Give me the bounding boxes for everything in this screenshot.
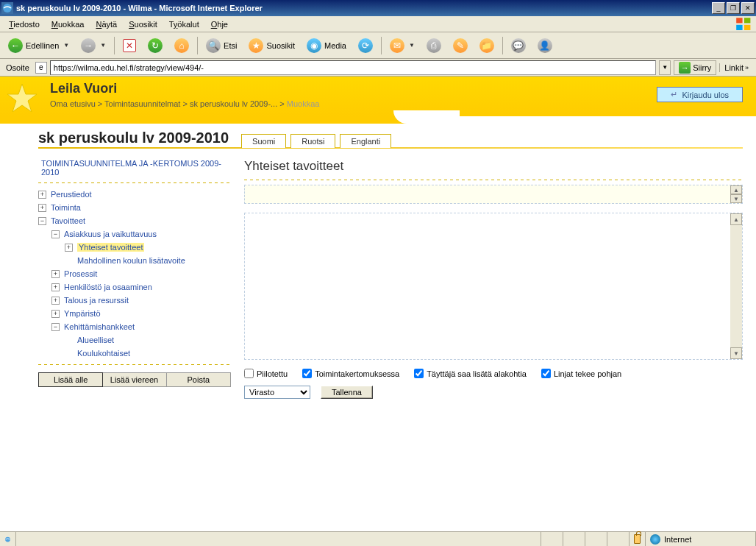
expand-icon[interactable]: +	[51, 283, 60, 291]
go-arrow-icon: →	[679, 62, 691, 74]
tree-alueelliset[interactable]: Alueelliset	[38, 333, 231, 347]
content-editbox[interactable]: ▲ ▼	[244, 213, 743, 360]
print-icon: ⎙	[427, 38, 441, 53]
expand-icon[interactable]: +	[51, 297, 60, 305]
scroll-up-icon[interactable]: ▲	[730, 185, 742, 194]
sidebar-title[interactable]: TOIMINTASUUNNITELMA JA -KERTOMUS 2009-20…	[38, 159, 231, 177]
menu-file[interactable]: Tiedosto	[3, 18, 46, 31]
refresh-button[interactable]: ↻	[143, 35, 168, 57]
menu-help[interactable]: Ohje	[205, 18, 234, 31]
page-icon: e	[35, 62, 47, 74]
links-button[interactable]: Linkit»	[719, 63, 753, 72]
checkbox-hidden[interactable]: Piilotettu	[244, 369, 288, 378]
status-zone: Internet	[646, 532, 756, 546]
tree-koulukohtaiset[interactable]: Koulukohtaiset	[38, 347, 231, 360]
menu-tools[interactable]: Työkalut	[163, 18, 205, 31]
scroll-down-icon[interactable]: ▼	[730, 194, 742, 203]
tab-swedish[interactable]: Ruotsi	[290, 134, 335, 148]
checkbox-report[interactable]: Toimintakertomuksessa	[302, 369, 399, 378]
window-close-button[interactable]: ✕	[741, 2, 755, 14]
address-label: Osoite	[3, 63, 32, 72]
go-button[interactable]: → Siirry	[674, 60, 716, 75]
mail-icon: ✉	[390, 38, 404, 53]
home-button[interactable]: ⌂	[169, 35, 194, 57]
discuss-button[interactable]: 💬	[506, 35, 531, 57]
expand-icon[interactable]: +	[38, 204, 46, 212]
breadcrumb: Oma etusivu > Toimintasuunnitelmat > sk …	[50, 99, 319, 108]
delete-button[interactable]: Poista	[167, 373, 230, 386]
go-label: Siirry	[693, 63, 711, 72]
expand-icon[interactable]: +	[51, 310, 60, 318]
title-editbox[interactable]: ▲ ▼	[244, 185, 743, 204]
address-url: https://wilma.edu.hel.fi/strategy/view/4…	[54, 63, 204, 72]
navigation-tree: +Perustiedot +Toiminta −Tavoitteet −Asia…	[38, 188, 231, 360]
collapse-icon[interactable]: −	[51, 323, 60, 331]
star-icon: ★	[249, 38, 263, 53]
star-logo-icon	[6, 82, 38, 115]
breadcrumb-home[interactable]: Oma etusivu	[50, 99, 96, 108]
zone-label: Internet	[664, 535, 691, 544]
breadcrumb-plan[interactable]: sk peruskoulu lv 2009-...	[190, 99, 277, 108]
logout-label: Kirjaudu ulos	[682, 91, 729, 99]
tree-toiminta[interactable]: +Toiminta	[38, 201, 231, 214]
menu-favorites[interactable]: Suosikit	[123, 18, 163, 31]
expand-icon[interactable]: +	[65, 244, 73, 252]
tree-mahdollinen[interactable]: Mahdollinen koulun lisätavoite	[38, 254, 231, 267]
save-button[interactable]: Tallenna	[321, 386, 373, 399]
tree-talous[interactable]: +Talous ja resurssit	[38, 294, 231, 307]
media-icon: ◉	[307, 38, 321, 53]
back-label: Edellinen	[26, 41, 59, 50]
folders-button[interactable]: 📁	[474, 35, 499, 57]
media-button[interactable]: ◉ Media	[302, 35, 352, 57]
favorites-label: Suosikit	[266, 41, 295, 50]
svg-rect-2	[744, 18, 750, 23]
back-button[interactable]: ← Edellinen ▼	[3, 35, 74, 57]
tree-henkilosto[interactable]: +Henkilöstö ja osaaminen	[38, 280, 231, 294]
window-minimize-button[interactable]: _	[712, 2, 725, 14]
breadcrumb-plans[interactable]: Toimintasuunnitelmat	[104, 99, 180, 108]
logout-icon: ↵	[671, 90, 677, 99]
scroll-up-icon[interactable]: ▲	[730, 213, 742, 225]
mail-button[interactable]: ✉▼	[385, 35, 420, 57]
tab-english[interactable]: Englanti	[340, 134, 391, 148]
forward-button[interactable]: → ▼	[76, 35, 111, 57]
tree-asiakkuus[interactable]: −Asiakkuus ja vaikuttavuus	[38, 227, 231, 241]
collapse-icon[interactable]: −	[38, 217, 46, 225]
status-cell-2	[563, 532, 585, 546]
messenger-icon: 👤	[538, 38, 552, 53]
address-input[interactable]: https://wilma.edu.hel.fi/strategy/view/4…	[50, 60, 656, 75]
print-button[interactable]: ⎙	[421, 35, 446, 57]
tab-finnish[interactable]: Suomi	[241, 134, 286, 148]
messenger-button[interactable]: 👤	[532, 35, 557, 57]
menu-edit[interactable]: Muokkaa	[46, 18, 90, 31]
favorites-button[interactable]: ★ Suosikit	[243, 35, 300, 57]
edit-button[interactable]: ✎	[448, 35, 473, 57]
scroll-down-icon[interactable]: ▼	[730, 347, 742, 359]
tree-prosessit[interactable]: +Prosessit	[38, 267, 231, 280]
tree-kehittamis[interactable]: −Kehittämishankkeet	[38, 320, 231, 333]
checkbox-template[interactable]: Linjat tekee pohjan	[541, 369, 621, 378]
window-maximize-button[interactable]: ❐	[727, 2, 740, 14]
page-title: sk peruskoulu lv 2009-2010	[38, 130, 229, 146]
collapse-icon[interactable]: −	[51, 230, 60, 238]
history-button[interactable]: ⟳	[353, 35, 378, 57]
address-dropdown[interactable]: ▼	[659, 60, 671, 75]
logout-button[interactable]: ↵ Kirjaudu ulos	[657, 87, 743, 102]
tree-perustiedot[interactable]: +Perustiedot	[38, 188, 231, 201]
menu-view[interactable]: Näytä	[90, 18, 123, 31]
expand-icon[interactable]: +	[51, 270, 60, 278]
add-beside-button[interactable]: Lisää viereen	[102, 373, 166, 386]
level-select[interactable]: Virasto	[244, 386, 310, 399]
status-ie-icon	[0, 532, 16, 546]
tree-tavoitteet[interactable]: −Tavoitteet	[38, 214, 231, 227]
tree-yhteiset[interactable]: +Yhteiset tavoitteet	[38, 241, 231, 254]
checkbox-subitems[interactable]: Täyttäjä saa lisätä alakohtia	[414, 369, 527, 378]
stop-button[interactable]: ✕	[118, 35, 141, 56]
globe-icon	[650, 534, 660, 545]
add-under-button[interactable]: Lisää alle	[38, 372, 103, 387]
tree-ymparisto[interactable]: +Ympäristö	[38, 307, 231, 320]
search-button[interactable]: 🔍 Etsi	[201, 35, 242, 57]
expand-icon[interactable]: +	[38, 191, 46, 199]
svg-rect-1	[736, 18, 742, 23]
back-dropdown-icon: ▼	[63, 42, 69, 49]
